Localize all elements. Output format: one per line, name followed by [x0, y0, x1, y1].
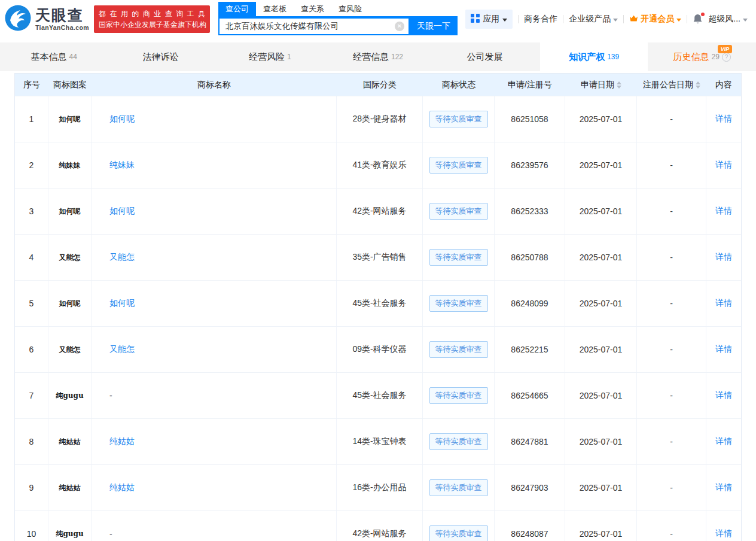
nav-enterprise[interactable]: 企业级产品: [569, 14, 618, 25]
detail-cell: 详情: [706, 511, 741, 541]
trademark-name-link[interactable]: 如何呢: [109, 206, 135, 217]
trademark-image[interactable]: 纯gugu: [48, 373, 92, 418]
search-input[interactable]: [220, 19, 409, 34]
tab-intellectual-property[interactable]: 知识产权 139: [540, 42, 648, 71]
detail-cell: 详情: [706, 281, 741, 326]
tab-legal-proceedings[interactable]: 法律诉讼: [108, 42, 217, 71]
status-badge: 等待实质审查: [429, 341, 488, 358]
col-no: 序号: [15, 80, 48, 90]
trademark-image[interactable]: 纯姑姑: [48, 465, 92, 510]
trademark-name-cell: 如何呢: [92, 96, 337, 142]
application-number: 86250788: [495, 235, 565, 280]
trademark-name-link[interactable]: 纯姑姑: [109, 482, 135, 493]
row-index: 4: [15, 235, 48, 280]
open-vip-link[interactable]: 开通会员: [629, 14, 681, 25]
trademark-name-cell: 纯姑姑: [92, 465, 337, 510]
detail-link[interactable]: 详情: [715, 528, 732, 539]
table-row: 4 又能怎 又能怎 35类-广告销售 等待实质审查 86250788 2025-…: [15, 234, 741, 280]
intl-class: 28类-健身器材: [337, 96, 423, 142]
status-badge: 等待实质审查: [429, 525, 488, 541]
trademark-name-link[interactable]: 又能怎: [109, 252, 135, 263]
row-index: 6: [15, 327, 48, 372]
table-row: 3 如何呢 如何呢 42类-网站服务 等待实质审查 86252333 2025-…: [15, 188, 741, 234]
detail-link[interactable]: 详情: [715, 206, 732, 217]
trademark-name-link[interactable]: 纯妹妹: [109, 160, 135, 171]
trademark-name-cell: 纯姑姑: [92, 419, 337, 464]
trademark-image[interactable]: 又能怎: [48, 327, 92, 372]
col-status: 商标状态: [423, 80, 495, 90]
tab-operation-risk[interactable]: 经营风险 1: [216, 42, 324, 71]
search-tab-risk[interactable]: 查风险: [331, 2, 369, 16]
chevron-down-icon: [613, 19, 618, 22]
announcement-date: -: [637, 419, 706, 464]
announcement-date: -: [637, 281, 706, 326]
announcement-date: -: [637, 142, 706, 188]
trademark-image[interactable]: 如何呢: [48, 281, 92, 326]
intl-class: 45类-社会服务: [337, 281, 423, 326]
application-date: 2025-07-01: [565, 419, 637, 464]
notification-bell-icon[interactable]: [693, 14, 703, 25]
detail-link[interactable]: 详情: [715, 114, 732, 124]
trademark-name-cell: 又能怎: [92, 327, 337, 372]
clear-icon[interactable]: ✕: [395, 22, 404, 31]
application-number: 86254665: [495, 373, 565, 418]
trademark-status: 等待实质审查: [423, 327, 495, 372]
chevron-down-icon: [676, 19, 681, 22]
table-header: 序号 商标图案 商标名称 国际分类 商标状态 申请/注册号 申请日期 注册公告日…: [15, 74, 741, 96]
detail-link[interactable]: 详情: [715, 482, 732, 493]
trademark-image[interactable]: 如何呢: [48, 189, 92, 234]
col-announce-date-sort[interactable]: 注册公告日期: [637, 80, 706, 90]
detail-link[interactable]: 详情: [715, 436, 732, 447]
detail-link[interactable]: 详情: [715, 344, 732, 355]
trademark-name-link: -: [109, 391, 112, 400]
trademark-image[interactable]: 又能怎: [48, 235, 92, 280]
search-tab-company[interactable]: 查公司: [218, 2, 256, 16]
trademark-status: 等待实质审查: [423, 373, 495, 418]
detail-link[interactable]: 详情: [715, 298, 732, 309]
trademark-status: 等待实质审查: [423, 511, 495, 541]
nav-super-risk[interactable]: 超级风...: [708, 14, 748, 25]
trademark-name-link[interactable]: 又能怎: [109, 344, 135, 355]
col-reg-no: 申请/注册号: [495, 80, 565, 90]
detail-link[interactable]: 详情: [715, 252, 732, 263]
trademark-image[interactable]: 纯妹妹: [48, 142, 92, 188]
trademark-status: 等待实质审查: [423, 189, 495, 234]
promo-line1: 都在用的商业查询工具: [99, 8, 205, 19]
intl-class: 45类-社会服务: [337, 373, 423, 418]
status-badge: 等待实质审查: [429, 295, 488, 312]
search-button[interactable]: 天眼一下: [410, 17, 458, 35]
application-number: 86248087: [495, 511, 565, 541]
detail-link[interactable]: 详情: [715, 390, 732, 401]
announcement-date: -: [637, 327, 706, 372]
trademark-name-link[interactable]: 如何呢: [109, 298, 135, 309]
tab-basic-info[interactable]: 基本信息 44: [0, 42, 108, 71]
trademark-image[interactable]: 纯gugu: [48, 511, 92, 541]
search-tab-relation[interactable]: 查关系: [294, 2, 331, 16]
nav-cooperation[interactable]: 商务合作: [524, 14, 557, 25]
sort-icon: [696, 81, 700, 89]
trademark-name-cell: 又能怎: [92, 235, 337, 280]
search-tab-boss[interactable]: 查老板: [256, 2, 294, 16]
intl-class: 42类-网站服务: [337, 511, 423, 541]
tab-history-info[interactable]: VIP 历史信息 29 ?: [648, 42, 756, 71]
trademark-name-link[interactable]: 纯姑姑: [109, 436, 135, 447]
apps-menu[interactable]: 应用: [465, 10, 513, 29]
tab-company-development[interactable]: 公司发展: [432, 42, 540, 71]
tab-operation-info[interactable]: 经营信息 122: [324, 42, 432, 71]
trademark-name-link[interactable]: 如何呢: [109, 114, 135, 124]
application-date: 2025-07-01: [565, 373, 637, 418]
logo[interactable]: 天眼查 TianYanCha.com: [5, 5, 89, 34]
detail-link[interactable]: 详情: [715, 160, 732, 171]
table-row: 10 纯gugu - 42类-网站服务 等待实质审查 86248087 2025…: [15, 510, 741, 541]
col-apply-date-sort[interactable]: 申请日期: [565, 80, 637, 90]
detail-cell: 详情: [706, 373, 741, 418]
trademark-image[interactable]: 如何呢: [48, 96, 92, 142]
vip-badge: VIP: [718, 45, 733, 53]
announcement-date: -: [637, 465, 706, 510]
intl-class: 16类-办公用品: [337, 465, 423, 510]
trademark-image[interactable]: 纯姑姑: [48, 419, 92, 464]
status-badge: 等待实质审查: [429, 203, 488, 220]
row-index: 7: [15, 373, 48, 418]
notification-dot: [701, 13, 705, 16]
announcement-date: -: [637, 511, 706, 541]
